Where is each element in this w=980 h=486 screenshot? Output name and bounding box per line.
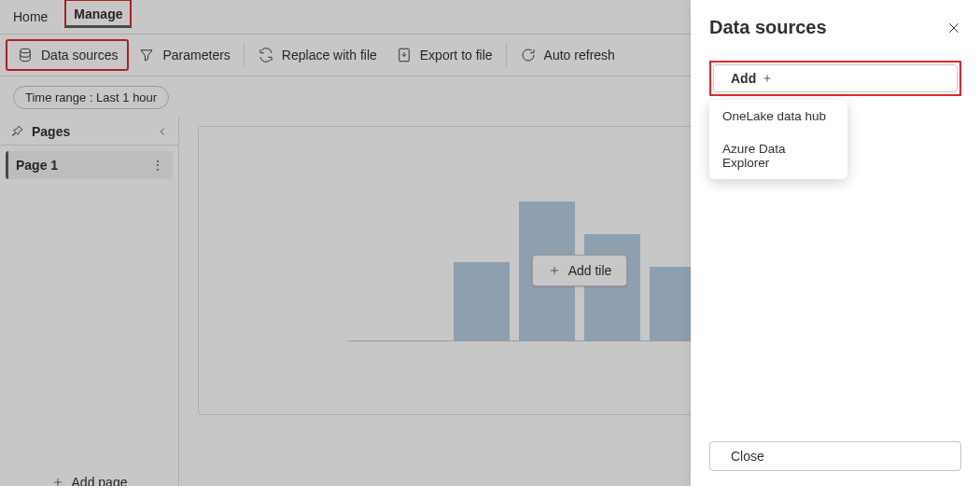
sidebar-header: Pages	[0, 117, 178, 146]
close-icon[interactable]	[946, 21, 961, 35]
database-icon	[17, 47, 34, 63]
time-range-label: Time range : Last 1 hour	[25, 90, 157, 104]
filter-icon	[138, 47, 155, 63]
add-tile-button[interactable]: Add tile	[532, 255, 628, 286]
page-item-label: Page 1	[16, 158, 151, 173]
add-page-label: Add page	[72, 475, 128, 486]
sidebar-title: Pages	[32, 124, 148, 139]
time-range-chip[interactable]: Time range : Last 1 hour	[13, 86, 169, 109]
sidebar: Pages Page 1 ⋮ Add page	[0, 117, 179, 486]
replace-file-button[interactable]: Replace with file	[248, 41, 386, 69]
data-sources-button[interactable]: Data sources	[6, 39, 129, 71]
plus-icon	[51, 476, 64, 486]
add-data-source-button[interactable]: Add	[713, 64, 958, 92]
pin-icon	[9, 124, 24, 139]
more-icon[interactable]: ⋮	[151, 158, 165, 173]
replace-icon	[258, 47, 274, 63]
refresh-icon	[520, 47, 537, 63]
bar	[454, 262, 510, 341]
menu-item-adx[interactable]: Azure Data Explorer	[709, 132, 847, 179]
pane-title: Data sources	[709, 17, 946, 38]
parameters-label: Parameters	[162, 48, 230, 62]
tab-manage[interactable]: Manage	[64, 0, 132, 28]
bar	[584, 234, 640, 341]
replace-label: Replace with file	[282, 48, 377, 62]
chevron-left-icon[interactable]	[156, 125, 169, 138]
export-file-button[interactable]: Export to file	[386, 41, 502, 69]
parameters-button[interactable]: Parameters	[129, 41, 239, 69]
add-menu: OneLake data hub Azure Data Explorer	[709, 100, 847, 179]
pane-footer: Close	[709, 441, 961, 471]
add-button-highlight: Add	[709, 61, 961, 96]
export-label: Export to file	[420, 48, 493, 62]
data-sources-pane: Data sources Add OneLake data hub Azure …	[691, 0, 980, 486]
add-tile-label: Add tile	[568, 263, 612, 278]
add-label: Add	[731, 71, 756, 86]
page-item-1[interactable]: Page 1 ⋮	[6, 151, 173, 179]
export-icon	[396, 47, 413, 63]
separator	[506, 43, 507, 67]
data-sources-label: Data sources	[41, 48, 118, 62]
menu-item-onelake[interactable]: OneLake data hub	[709, 100, 847, 132]
auto-refresh-button[interactable]: Auto refresh	[511, 41, 624, 69]
page-list: Page 1 ⋮	[0, 146, 178, 465]
pane-header: Data sources	[709, 17, 961, 38]
plus-icon	[548, 264, 561, 277]
plus-icon	[762, 73, 773, 84]
separator	[244, 43, 245, 67]
close-button[interactable]: Close	[709, 441, 961, 471]
refresh-label: Auto refresh	[544, 48, 615, 62]
svg-point-0	[21, 49, 31, 53]
tab-home[interactable]: Home	[9, 4, 51, 28]
add-page-button[interactable]: Add page	[0, 465, 178, 486]
app-frame: Home Manage Data sources Parameters Repl…	[0, 0, 980, 486]
